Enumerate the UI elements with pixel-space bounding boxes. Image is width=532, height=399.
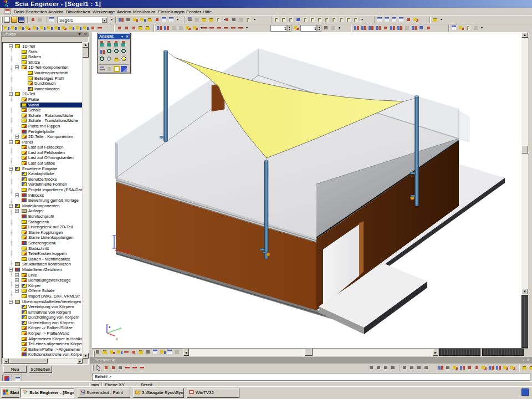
svg-text:z: z (109, 325, 111, 329)
svg-text:x: x (116, 337, 118, 341)
